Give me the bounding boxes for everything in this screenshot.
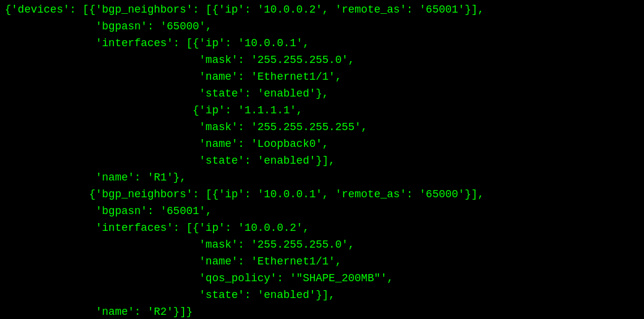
code-display: {'devices': [{'bgp_neighbors': [{'ip': '… [5, 1, 639, 319]
